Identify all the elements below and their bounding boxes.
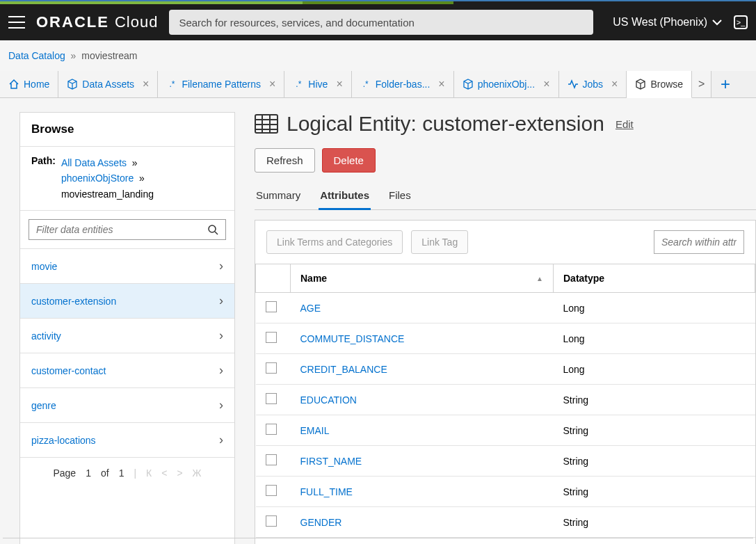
breadcrumb-link[interactable]: Data Catalog [8,50,65,61]
tab-phoenixobj-[interactable]: phoenixObj...× [454,71,559,97]
entity-item[interactable]: customer-contact› [20,353,234,388]
entity-item[interactable]: movie› [20,249,234,284]
delete-button[interactable]: Delete [322,148,376,173]
attribute-link[interactable]: CREDIT_BALANCE [300,364,387,375]
col-header-datatype[interactable]: Datatype [554,264,755,293]
attribute-link[interactable]: FULL_TIME [300,486,353,497]
cube-icon [635,79,646,90]
col-header-name[interactable]: Name ▲ [291,264,554,293]
attribute-link[interactable]: FIRST_NAME [300,456,362,467]
chevron-right-icon: › [219,259,223,273]
tab-folder-bas-[interactable]: .*Folder-bas...× [352,71,454,97]
row-checkbox[interactable] [266,332,277,343]
tab-jobs[interactable]: Jobs× [559,71,627,97]
table-row: FULL_TIME String [256,477,755,507]
col-header-checkbox [256,264,291,293]
subtab-attributes[interactable]: Attributes [319,185,371,210]
row-checkbox[interactable] [266,485,277,496]
entity-name: customer-contact [31,365,106,376]
page-first-icon[interactable]: К [146,467,152,479]
table-row: EMAIL String [256,415,755,446]
entity-item[interactable]: activity› [20,319,234,353]
page-of: of [101,467,109,479]
sidebar: Browse Path: All Data Assets »phoenixObj… [19,112,235,544]
refresh-button[interactable]: Refresh [255,148,315,173]
region-label: US West (Phoenix) [613,16,707,29]
sort-icon: ▲ [536,275,543,282]
close-icon[interactable]: × [438,78,444,90]
pulse-icon [568,79,579,90]
add-tab-button[interactable]: + [711,71,739,97]
close-icon[interactable]: × [336,78,342,90]
chevron-right-icon: › [219,433,223,447]
link-terms-button[interactable]: Link Terms and Categories [266,230,403,254]
tab-label: Filename Patterns [182,79,261,90]
cloud-shell-icon[interactable]: >_ [734,15,748,29]
path-link[interactable]: phoenixObjStore [61,173,134,184]
link-tag-button[interactable]: Link Tag [411,230,468,254]
row-checkbox[interactable] [266,454,277,465]
tab-label: Hive [308,79,328,90]
sidebar-title: Browse [20,113,234,147]
search-input[interactable] [169,10,593,35]
path-link[interactable]: All Data Assets [61,157,127,168]
entity-name: activity [31,330,61,342]
chevron-right-icon: › [219,363,223,378]
page-prev-icon[interactable]: < [161,467,167,479]
region-selector[interactable]: US West (Phoenix) [613,16,723,29]
entity-name: customer-extension [31,296,116,307]
pagination: Page 1 of 1 | К < > Ж [20,458,234,488]
close-icon[interactable]: × [269,78,275,90]
attribute-link[interactable]: AGE [300,303,321,314]
attribute-link[interactable]: COMMUTE_DISTANCE [300,333,405,344]
attribute-link[interactable]: GENDER [300,517,342,528]
datatype-cell: String [554,507,755,538]
tab-browse[interactable]: Browse [627,71,692,98]
pattern-icon: .* [360,79,371,90]
subtab-files[interactable]: Files [387,185,412,209]
attribute-link[interactable]: EDUCATION [300,394,357,406]
table-row: EDUCATION String [256,385,755,415]
row-checkbox[interactable] [266,515,277,527]
table-row: COMMUTE_DISTANCE Long [256,323,755,354]
tab-scroll-right-icon[interactable]: > [692,71,711,97]
table-row: AGE Long [256,293,755,323]
tab-filename-patterns[interactable]: .*Filename Patterns× [158,71,284,97]
tab-label: Browse [650,79,683,90]
tab-label: Folder-bas... [376,79,431,90]
row-checkbox[interactable] [266,393,277,404]
main-panel: Logical Entity: customer-extension Edit … [255,112,756,544]
path-text: moviestream_landing [61,189,154,200]
table-row: CREDIT_BALANCE Long [256,354,755,385]
svg-point-0 [209,225,216,232]
close-icon[interactable]: × [543,78,549,90]
edit-link[interactable]: Edit [616,118,634,130]
row-checkbox[interactable] [266,362,277,374]
tab-hive[interactable]: .*Hive× [284,71,351,97]
brand: ORACLE Cloud [36,13,158,31]
page-next-icon[interactable]: > [177,467,182,479]
subtab-summary[interactable]: Summary [255,185,302,209]
row-checkbox[interactable] [266,424,277,435]
tab-home[interactable]: Home [0,71,58,97]
close-icon[interactable]: × [143,78,149,90]
pattern-icon: .* [166,79,177,90]
filter-entities-input[interactable] [36,224,207,235]
attribute-link[interactable]: EMAIL [300,425,330,436]
search-attributes-input[interactable] [654,230,744,254]
tab-data-assets[interactable]: Data Assets× [58,71,158,97]
entity-name: genre [31,400,56,411]
page-current: 1 [86,467,91,479]
cube-icon [463,79,474,90]
row-checkbox[interactable] [266,301,277,312]
close-icon[interactable]: × [611,78,618,90]
entity-item[interactable]: pizza-locations› [20,423,234,458]
home-icon [8,79,19,90]
entity-item[interactable]: genre› [20,388,234,423]
page-last-icon[interactable]: Ж [193,467,202,479]
menu-icon[interactable] [8,16,25,29]
brand-light: Cloud [115,13,158,31]
tabs: HomeData Assets×.*Filename Patterns×.*Hi… [0,71,756,98]
entity-item[interactable]: customer-extension› [20,284,234,319]
search-icon[interactable] [207,224,218,235]
